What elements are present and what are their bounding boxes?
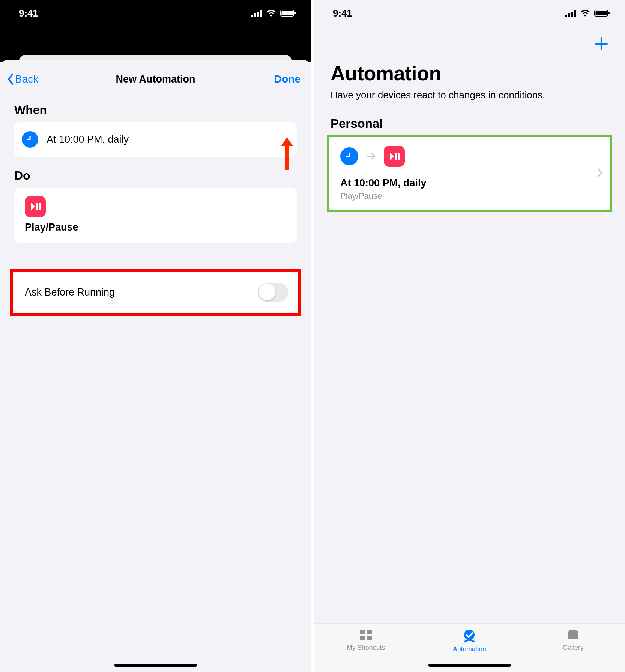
svg-rect-6: [294, 12, 296, 14]
when-section-label: When: [0, 91, 311, 122]
svg-rect-11: [568, 13, 570, 17]
svg-rect-2: [257, 12, 259, 17]
svg-rect-18: [398, 153, 400, 160]
when-trigger-text: At 10:00 PM, daily: [47, 134, 129, 146]
status-bar: 9:41: [0, 0, 311, 26]
new-automation-sheet: Back New Automation Done When At 10:00 P: [0, 60, 311, 672]
sheet-background-peek: [0, 26, 311, 62]
page-title: Automation: [314, 51, 625, 85]
home-indicator[interactable]: [114, 664, 197, 667]
svg-rect-16: [608, 12, 610, 14]
tab-label: My Shortcuts: [347, 644, 385, 652]
svg-rect-20: [367, 630, 372, 634]
svg-rect-25: [569, 630, 577, 633]
page-subtitle: Have your devices react to changes in co…: [314, 85, 599, 102]
nav-bar: Back New Automation Done: [0, 62, 311, 91]
svg-rect-5: [282, 11, 293, 15]
chevron-left-icon: [7, 73, 14, 85]
battery-icon: [280, 9, 296, 17]
gallery-icon: [566, 629, 581, 642]
plus-icon: [594, 37, 608, 51]
tab-label: Gallery: [563, 644, 583, 652]
ask-before-running-row[interactable]: Ask Before Running: [14, 272, 297, 312]
svg-rect-12: [571, 12, 573, 17]
personal-section-label: Personal: [314, 102, 625, 137]
status-time: 9:41: [19, 8, 38, 19]
when-trigger-row[interactable]: At 10:00 PM, daily: [14, 122, 297, 157]
left-screenshot: 9:41: [0, 0, 312, 672]
automation-item[interactable]: At 10:00 PM, daily Play/Pause: [329, 137, 610, 210]
tab-gallery[interactable]: Gallery: [522, 629, 625, 652]
wifi-icon: [266, 9, 276, 17]
ask-before-running-label: Ask Before Running: [25, 286, 115, 298]
automation-item-subtitle: Play/Pause: [340, 191, 604, 201]
svg-rect-15: [596, 11, 607, 15]
do-section-label: Do: [0, 157, 311, 188]
status-time: 9:41: [333, 8, 352, 19]
play-pause-icon: [25, 196, 46, 217]
wifi-icon: [580, 9, 590, 17]
svg-rect-19: [360, 630, 365, 634]
status-bar: 9:41: [314, 0, 625, 26]
tab-my-shortcuts[interactable]: My Shortcuts: [314, 629, 417, 652]
svg-rect-17: [395, 153, 397, 160]
svg-rect-1: [254, 13, 256, 17]
svg-rect-21: [360, 636, 365, 640]
svg-rect-22: [367, 636, 372, 640]
done-button[interactable]: Done: [274, 73, 300, 85]
status-icons: [251, 9, 296, 17]
automation-item-title: At 10:00 PM, daily: [340, 177, 604, 189]
chevron-right-icon: [597, 168, 603, 178]
clock-icon: [22, 131, 38, 148]
tab-label: Automation: [453, 645, 486, 653]
back-label: Back: [15, 73, 38, 85]
back-button[interactable]: Back: [7, 73, 38, 85]
ask-before-running-container: Ask Before Running: [14, 272, 297, 312]
svg-rect-0: [251, 15, 253, 17]
svg-rect-9: [39, 203, 41, 210]
right-screenshot: 9:41: [312, 0, 625, 672]
play-pause-icon: [384, 146, 405, 167]
arrow-right-icon: [366, 152, 376, 160]
nav-title: New Automation: [116, 74, 195, 85]
do-action-row[interactable]: Play/Pause: [14, 188, 297, 243]
cellular-icon: [565, 9, 576, 17]
clock-icon: [340, 147, 358, 165]
battery-icon: [594, 9, 610, 17]
shortcuts-icon: [358, 629, 373, 642]
cellular-icon: [251, 9, 262, 17]
tab-automation[interactable]: Automation: [418, 629, 521, 653]
status-icons: [565, 9, 610, 17]
svg-rect-3: [260, 10, 262, 17]
home-indicator[interactable]: [428, 664, 511, 667]
svg-rect-10: [565, 15, 567, 17]
do-action-text: Play/Pause: [25, 222, 289, 233]
svg-rect-13: [574, 10, 576, 17]
ask-before-running-toggle[interactable]: [258, 283, 288, 302]
add-automation-button[interactable]: [314, 26, 625, 51]
svg-rect-8: [36, 203, 38, 210]
automation-icon: [461, 629, 478, 643]
